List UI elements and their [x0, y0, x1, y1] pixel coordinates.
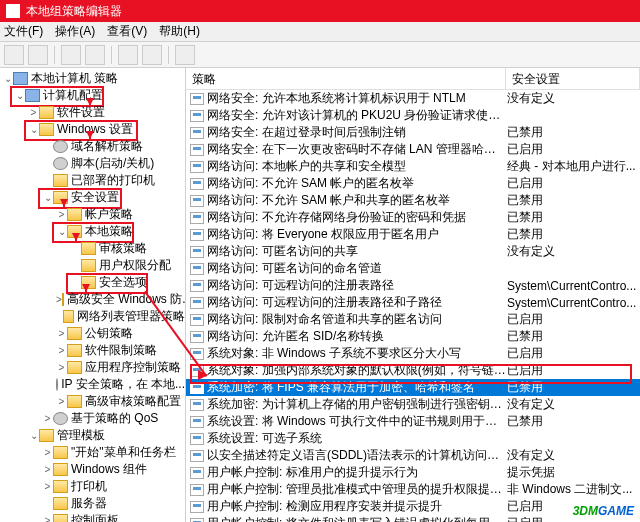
policy-row[interactable]: 系统加密: 为计算机上存储的用户密钥强制进行强密钥保护没有定义 — [186, 396, 640, 413]
column-policy[interactable]: 策略 — [186, 68, 506, 89]
tree-item[interactable]: ⌄本地策略 — [0, 223, 185, 240]
policy-row[interactable]: 网络安全: 在下一次更改密码时不存储 LAN 管理器哈希值已启用 — [186, 141, 640, 158]
policy-row[interactable]: 网络访问: 不允许存储网络身份验证的密码和凭据已禁用 — [186, 209, 640, 226]
expand-icon[interactable]: > — [56, 362, 67, 373]
policy-row[interactable]: 网络访问: 允许匿名 SID/名称转换已禁用 — [186, 328, 640, 345]
policy-row[interactable]: 网络安全: 在超过登录时间后强制注销已禁用 — [186, 124, 640, 141]
tree-root[interactable]: ⌄ 本地计算机 策略 — [0, 70, 185, 87]
policy-value: 非 Windows 二进制文... — [507, 481, 640, 498]
expand-icon[interactable]: ⌄ — [28, 124, 39, 135]
policy-icon — [190, 280, 204, 292]
policy-name: 系统设置: 将 Windows 可执行文件中的证书规则用于软件... — [207, 413, 507, 430]
tree-item[interactable]: 安全选项 — [0, 274, 185, 291]
tree-item[interactable]: >打印机 — [0, 478, 185, 495]
menu-help[interactable]: 帮助(H) — [159, 23, 200, 40]
tree-item[interactable]: >应用程序控制策略 — [0, 359, 185, 376]
policy-row[interactable]: 网络安全: 允许对该计算机的 PKU2U 身份验证请求使用联... — [186, 107, 640, 124]
policy-row[interactable]: 网络访问: 不允许 SAM 帐户和共享的匿名枚举已禁用 — [186, 192, 640, 209]
column-security[interactable]: 安全设置 — [506, 68, 640, 89]
menu-action[interactable]: 操作(A) — [55, 23, 95, 40]
tree-item[interactable]: 服务器 — [0, 495, 185, 512]
folder-icon — [53, 174, 68, 187]
policy-row[interactable]: 系统对象: 加强内部系统对象的默认权限(例如，符号链接)已启用 — [186, 362, 640, 379]
tree-item[interactable]: >公钥策略 — [0, 325, 185, 342]
tree-label: 控制面板 — [71, 512, 119, 522]
tree-label: 高级审核策略配置 — [85, 393, 181, 410]
help-button[interactable] — [175, 45, 195, 65]
expand-icon[interactable]: > — [42, 464, 53, 475]
policy-row[interactable]: 系统设置: 可选子系统 — [186, 430, 640, 447]
expand-icon[interactable]: > — [42, 447, 53, 458]
tree-item[interactable]: >帐户策略 — [0, 206, 185, 223]
policy-row[interactable]: 用户帐户控制: 标准用户的提升提示行为提示凭据 — [186, 464, 640, 481]
policy-row[interactable]: 网络访问: 可远程访问的注册表路径和子路径System\CurrentContr… — [186, 294, 640, 311]
policy-row[interactable]: 网络访问: 将 Everyone 权限应用于匿名用户已禁用 — [186, 226, 640, 243]
expand-icon[interactable]: > — [56, 328, 67, 339]
tree-item[interactable]: >软件限制策略 — [0, 342, 185, 359]
tree-item[interactable]: >"开始"菜单和任务栏 — [0, 444, 185, 461]
tree-item[interactable]: ⌄管理模板 — [0, 427, 185, 444]
policy-row[interactable]: 系统设置: 将 Windows 可执行文件中的证书规则用于软件...已禁用 — [186, 413, 640, 430]
refresh-button[interactable] — [142, 45, 162, 65]
tree-item[interactable]: >高级安全 Windows 防... — [0, 291, 185, 308]
tree-item[interactable]: >控制面板 — [0, 512, 185, 522]
folder-icon — [81, 259, 96, 272]
forward-button[interactable] — [28, 45, 48, 65]
expand-icon[interactable]: > — [28, 107, 39, 118]
tree-item[interactable]: 域名解析策略 — [0, 138, 185, 155]
policy-icon — [190, 382, 204, 394]
expand-icon[interactable]: > — [56, 209, 67, 220]
expand-icon[interactable]: ⌄ — [42, 192, 53, 203]
expand-icon[interactable]: ⌄ — [28, 430, 39, 441]
export-button[interactable] — [118, 45, 138, 65]
folder-icon — [81, 242, 96, 255]
separator — [54, 46, 55, 64]
expand-icon[interactable]: ⌄ — [56, 226, 67, 237]
expand-icon[interactable]: > — [56, 345, 67, 356]
expand-icon[interactable]: > — [42, 413, 53, 424]
tree-item[interactable]: 用户权限分配 — [0, 257, 185, 274]
tree-label: 软件设置 — [57, 104, 105, 121]
menu-file[interactable]: 文件(F) — [4, 23, 43, 40]
tree-item[interactable]: 已部署的打印机 — [0, 172, 185, 189]
tree-item[interactable]: >高级审核策略配置 — [0, 393, 185, 410]
policy-row[interactable]: 以安全描述符定义语言(SDDL)语法表示的计算机访问限制没有定义 — [186, 447, 640, 464]
folder-icon — [39, 429, 54, 442]
policy-row[interactable]: 网络访问: 可匿名访问的共享没有定义 — [186, 243, 640, 260]
tree-label: 公钥策略 — [85, 325, 133, 342]
tree-item[interactable]: IP 安全策略，在 本地... — [0, 376, 185, 393]
tree-item[interactable]: 脚本(启动/关机) — [0, 155, 185, 172]
policy-row[interactable]: 网络访问: 限制对命名管道和共享的匿名访问已启用 — [186, 311, 640, 328]
tree-item[interactable]: >软件设置 — [0, 104, 185, 121]
tree-label: 管理模板 — [57, 427, 105, 444]
policy-value: System\CurrentContro... — [507, 296, 640, 310]
policy-row[interactable]: 用户帐户控制: 管理员批准模式中管理员的提升权限提示的...非 Windows … — [186, 481, 640, 498]
policy-row[interactable]: 网络访问: 本地帐户的共享和安全模型经典 - 对本地用户进行... — [186, 158, 640, 175]
policy-row[interactable]: 网络访问: 可远程访问的注册表路径System\CurrentContro... — [186, 277, 640, 294]
tree-label: 打印机 — [71, 478, 107, 495]
expand-icon[interactable]: ⌄ — [14, 90, 25, 101]
policy-name: 网络访问: 不允许 SAM 帐户的匿名枚举 — [207, 175, 507, 192]
folder-icon — [39, 123, 54, 136]
tree-item[interactable]: 审核策略 — [0, 240, 185, 257]
show-hide-button[interactable] — [85, 45, 105, 65]
up-button[interactable] — [61, 45, 81, 65]
menu-view[interactable]: 查看(V) — [107, 23, 147, 40]
expand-icon[interactable]: > — [42, 515, 53, 522]
tree-item[interactable]: >基于策略的 QoS — [0, 410, 185, 427]
policy-value: System\CurrentContro... — [507, 279, 640, 293]
policy-row[interactable]: 网络安全: 允许本地系统将计算机标识用于 NTLM没有定义 — [186, 90, 640, 107]
policy-row[interactable]: 系统对象: 非 Windows 子系统不要求区分大小写已启用 — [186, 345, 640, 362]
tree-item[interactable]: ⌄安全设置 — [0, 189, 185, 206]
expand-icon[interactable]: > — [42, 481, 53, 492]
policy-icon — [190, 331, 204, 343]
policy-row[interactable]: 网络访问: 不允许 SAM 帐户的匿名枚举已启用 — [186, 175, 640, 192]
comp-icon — [25, 89, 40, 102]
back-button[interactable] — [4, 45, 24, 65]
policy-value: 已启用 — [507, 175, 640, 192]
policy-row[interactable]: 系统加密: 将 FIPS 兼容算法用于加密、哈希和签名已禁用 — [186, 379, 640, 396]
expand-icon[interactable]: > — [56, 396, 67, 407]
expand-icon[interactable]: ⌄ — [2, 73, 13, 84]
policy-row[interactable]: 网络访问: 可匿名访问的命名管道 — [186, 260, 640, 277]
tree-item[interactable]: >Windows 组件 — [0, 461, 185, 478]
